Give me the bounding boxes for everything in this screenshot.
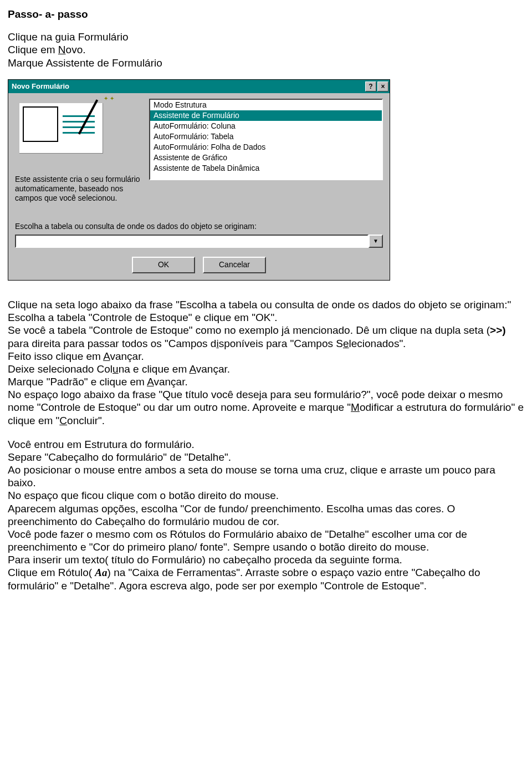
- u-a3: A: [147, 376, 154, 388]
- chevron-down-icon[interactable]: ▼: [369, 235, 383, 248]
- intro-line2-underline: N: [58, 44, 66, 55]
- u-c: C: [59, 415, 67, 426]
- double-arrow: >>): [490, 324, 506, 336]
- intro-line2-post: ovo.: [66, 44, 86, 55]
- wizard-icon: ✦ ✦: [15, 99, 126, 168]
- form-type-listbox[interactable]: Modo Estrutura Assistente de Formulário …: [149, 99, 383, 180]
- wizard-description: Este assistente cria o seu formulário au…: [15, 175, 142, 203]
- p1-l6a: Marque "Padrão" e clique em: [8, 376, 147, 388]
- intro-line2-pre: Clique em: [8, 44, 58, 55]
- ok-button[interactable]: OK: [132, 257, 195, 273]
- intro-line1: Clique na guia Formulário: [8, 31, 129, 43]
- intro-line3: Marque Assistente de Formulário: [8, 57, 162, 69]
- p2-l2: Separe "Cabeçalho do formulário" de "Det…: [8, 451, 231, 463]
- p1-l2: Escolha a tabela "Controle de Estoque" e…: [8, 312, 277, 323]
- list-item[interactable]: Modo Estrutura: [150, 100, 382, 110]
- u-a2: A: [189, 363, 196, 375]
- list-item[interactable]: AutoFormulário: Tabela: [150, 131, 382, 142]
- p1-l7c: oncluir".: [67, 415, 105, 426]
- p2-l7: Para inserir um texto( título do Formulá…: [8, 554, 402, 566]
- p2-l4: No espaço que ficou clique com o botão d…: [8, 490, 279, 501]
- source-combo-input[interactable]: [15, 235, 369, 248]
- list-item[interactable]: Assistente de Formulário: [150, 110, 382, 121]
- p2-l1: Você entrou em Estrutura do formulário.: [8, 439, 195, 450]
- p1-l4a: Feito isso clique em: [8, 350, 103, 362]
- list-item[interactable]: Assistente de Gráfico: [150, 152, 382, 163]
- p1-l6b: vançar.: [154, 376, 187, 388]
- p1-l3c: para direita para passar todos os "Campo…: [8, 338, 216, 349]
- label-tool-icon: Aa: [95, 567, 107, 578]
- p1-l3e: lecionados".: [349, 338, 406, 349]
- p1-l4b: vançar.: [110, 350, 144, 362]
- p1-l5a: Deixe selecionado Col: [8, 363, 112, 375]
- new-form-dialog: Novo Formulário ? × ✦ ✦ Este assistente …: [8, 79, 390, 281]
- u-a1: A: [103, 350, 110, 362]
- dialog-title: Novo Formulário: [12, 82, 364, 91]
- close-button[interactable]: ×: [377, 82, 388, 91]
- cancel-button[interactable]: Cancelar: [203, 257, 266, 273]
- heading: Passo- a- passo: [8, 8, 88, 20]
- source-combo[interactable]: ▼: [15, 235, 383, 248]
- help-button[interactable]: ?: [365, 82, 376, 91]
- p2-l5: Aparecem algumas opções, escolha "Cor de…: [8, 503, 455, 527]
- dialog-titlebar: Novo Formulário ? ×: [8, 80, 390, 93]
- p1-l5b: na e clique em: [119, 363, 190, 375]
- p1-l5c: vançar.: [196, 363, 230, 375]
- intro-text: Clique na guia Formulário Clique em Novo…: [8, 30, 524, 69]
- instructions-block-1: Clique na seta logo abaixo da frase "Esc…: [8, 298, 524, 427]
- instructions-block-2: Você entrou em Estrutura do formulário. …: [8, 438, 524, 592]
- list-item[interactable]: Assistente de Tabela Dinâmica: [150, 163, 382, 174]
- u-e: e: [343, 338, 349, 349]
- p2-l3: Ao posicionar o mouse entre ambos a seta…: [8, 464, 495, 488]
- list-item[interactable]: AutoFormulário: Coluna: [150, 121, 382, 131]
- p2-l6: Você pode fazer o mesmo com os Rótulos d…: [8, 528, 467, 553]
- source-prompt: Escolha a tabela ou consulta de onde os …: [15, 222, 383, 231]
- p1-l1: Clique na seta logo abaixo da frase "Esc…: [8, 299, 511, 310]
- p2-l8a: Clique em Rótulo(: [8, 567, 95, 578]
- u-m: M: [351, 401, 360, 413]
- p1-l3a: Se você a tabela "Controle de Estoque" c…: [8, 324, 490, 336]
- u-u: u: [112, 363, 119, 375]
- list-item[interactable]: AutoFormulário: Folha de Dados: [150, 142, 382, 152]
- p1-l3d: sponíveis para "Campos S: [219, 338, 343, 349]
